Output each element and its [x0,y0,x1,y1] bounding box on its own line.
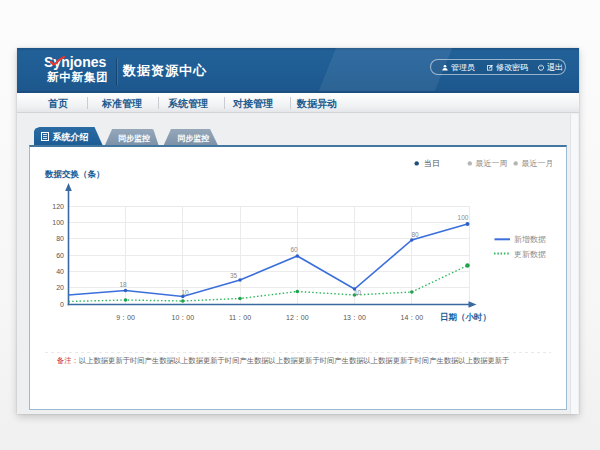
svg-text:60: 60 [290,246,298,253]
svg-text:10: 10 [181,289,189,296]
svg-text:更新数据: 更新数据 [514,250,546,259]
svg-text:60: 60 [56,252,64,259]
svg-text:100: 100 [458,214,469,221]
svg-text:新增数据: 新增数据 [514,235,546,244]
svg-text:11：00: 11：00 [229,314,251,321]
svg-text:18: 18 [119,281,127,288]
svg-text:数据交换（条）: 数据交换（条） [44,169,105,179]
svg-text:120: 120 [52,203,64,210]
svg-text:最近一月: 最近一月 [522,159,554,168]
svg-text:9：00: 9：00 [116,314,135,321]
svg-text:40: 40 [56,268,64,275]
svg-text:20: 20 [56,284,64,291]
svg-text:0: 0 [60,301,64,308]
svg-text:10：00: 10：00 [172,314,195,321]
svg-text:12：00: 12：00 [286,314,309,321]
svg-text:当日: 当日 [424,159,440,168]
svg-text:10: 10 [354,289,362,296]
svg-text:35: 35 [230,272,238,279]
svg-text:14：00: 14：00 [401,314,424,321]
svg-text:80: 80 [56,235,64,242]
svg-text:日期（小时）: 日期（小时） [440,312,491,322]
svg-text:100: 100 [52,219,64,226]
svg-text:80: 80 [411,231,419,238]
svg-text:最近一周: 最近一周 [476,159,508,168]
svg-text:13：00: 13：00 [343,314,366,321]
